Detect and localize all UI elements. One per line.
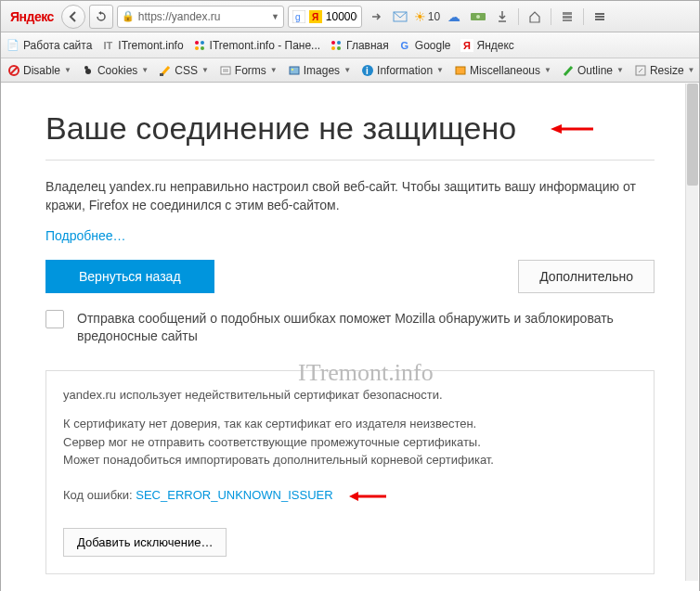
download-icon[interactable] (492, 6, 512, 27)
bookmark-item[interactable]: G Google (398, 39, 451, 52)
dev-forms[interactable]: Forms▼ (214, 64, 283, 77)
svg-rect-32 (290, 67, 299, 74)
caret-icon: ▼ (344, 66, 351, 74)
google-icon: G (398, 39, 411, 52)
svg-rect-29 (221, 67, 230, 74)
svg-line-25 (10, 67, 18, 74)
cert-line: Может понадобиться импортировать дополни… (63, 453, 494, 467)
cookies-icon (82, 64, 95, 77)
back-button[interactable] (61, 5, 85, 29)
google-icon: g (292, 10, 305, 23)
reload-button[interactable] (89, 5, 113, 29)
caret-icon: ▼ (201, 66, 209, 74)
cert-line: К сертификату нет доверия, так как серти… (63, 417, 476, 430)
home-icon[interactable] (525, 6, 545, 27)
bookmarks-icon[interactable] (557, 6, 577, 27)
url-dropdown-icon[interactable]: ▼ (271, 12, 279, 21)
weather-widget[interactable]: ☀ 10 (414, 9, 440, 24)
dev-css[interactable]: CSS▼ (154, 64, 214, 77)
divider (45, 160, 655, 161)
bookmark-label: Google (415, 39, 451, 52)
caret-icon: ▼ (270, 66, 278, 74)
dev-label: Information (377, 64, 433, 77)
mail-icon[interactable] (390, 6, 410, 27)
checkbox-label: Отправка сообщений о подобных ошибках по… (77, 310, 655, 346)
go-button[interactable] (366, 6, 386, 27)
dev-images[interactable]: Images▼ (283, 64, 356, 77)
dev-outline[interactable]: Outline▼ (557, 64, 629, 77)
svg-point-33 (292, 69, 293, 71)
svg-rect-9 (563, 16, 572, 19)
advanced-button[interactable]: Дополнительно (518, 260, 655, 293)
caret-icon: ▼ (544, 66, 551, 74)
error-code-link[interactable]: SEC_ERROR_UNKNOWN_ISSUER (136, 488, 332, 502)
report-checkbox[interactable] (45, 310, 64, 328)
folder-icon: 📄 (6, 39, 19, 52)
outline-icon (562, 64, 575, 77)
bookmark-label: Главная (346, 39, 389, 52)
cloud-icon[interactable]: ☁ (444, 6, 464, 27)
info-icon: i (361, 64, 374, 77)
cert-text: К сертификату нет доверия, так как серти… (63, 415, 637, 469)
bookmark-item[interactable]: ITremont.info - Пане... (193, 39, 321, 52)
svg-marker-40 (551, 124, 562, 134)
cert-details-box: yandex.ru использует недействительный се… (45, 370, 655, 574)
annotation-arrow-icon (551, 118, 595, 142)
svg-text:g: g (295, 12, 301, 22)
add-exception-button[interactable]: Добавить исключение… (63, 528, 227, 557)
svg-text:Я: Я (312, 12, 318, 22)
dev-resize[interactable]: Resize▼ (629, 64, 700, 77)
bookmark-item[interactable]: Главная (330, 39, 389, 52)
separator (518, 8, 519, 25)
url-input[interactable] (138, 10, 267, 23)
svg-point-18 (331, 41, 335, 45)
browser-navbar: Яндекс 🔒 ▼ g Я ☀ 10 ☁ (1, 1, 699, 32)
devtools-bar: Disable▼ Cookies▼ CSS▼ Forms▼ Images▼ i … (1, 58, 699, 83)
svg-rect-36 (456, 67, 465, 74)
bookmark-item[interactable]: Я Яндекс (460, 39, 514, 52)
svg-point-21 (337, 46, 341, 50)
dev-cookies[interactable]: Cookies▼ (77, 64, 154, 77)
cert-text: yandex.ru использует недействительный се… (63, 386, 637, 405)
resize-icon (634, 64, 647, 77)
learn-more-link[interactable]: Подробнее… (45, 228, 126, 243)
yandex-fav-icon: Я (309, 10, 322, 23)
money-icon[interactable] (468, 6, 488, 27)
url-bar[interactable]: 🔒 ▼ (117, 6, 284, 28)
lock-icon: 🔒 (122, 10, 135, 22)
search-input[interactable] (326, 10, 357, 23)
dev-label: Forms (235, 64, 266, 77)
bookmark-item[interactable]: IT ITremont.info (101, 39, 183, 52)
images-icon (288, 64, 301, 77)
svg-point-20 (331, 46, 335, 50)
svg-rect-10 (563, 19, 572, 21)
vertical-scrollbar[interactable] (685, 84, 698, 581)
svg-point-16 (195, 46, 199, 50)
go-back-button[interactable]: Вернуться назад (45, 260, 214, 293)
dev-label: Outline (577, 64, 613, 77)
svg-rect-8 (563, 12, 572, 15)
bookmarks-bar: 📄 Работа сайта IT ITremont.info ITremont… (1, 32, 699, 58)
yandex-icon: Я (460, 39, 473, 52)
dev-label: Resize (650, 64, 684, 77)
caret-icon: ▼ (64, 66, 71, 74)
menu-icon[interactable] (590, 6, 610, 27)
error-code-line: Код ошибки: SEC_ERROR_UNKNOWN_ISSUER (63, 481, 637, 511)
caret-icon: ▼ (141, 66, 149, 74)
error-code-prefix: Код ошибки: (63, 488, 136, 502)
dev-information[interactable]: i Information▼ (356, 64, 449, 77)
yandex-logo: Яндекс (6, 9, 58, 24)
bookmark-label: ITremont.info (118, 39, 183, 52)
svg-text:Я: Я (463, 40, 471, 51)
separator (551, 8, 551, 25)
svg-point-14 (195, 41, 199, 45)
scrollbar-thumb[interactable] (687, 84, 698, 186)
search-bar[interactable]: g Я (288, 6, 362, 28)
weather-temp: 10 (428, 10, 440, 23)
caret-icon: ▼ (436, 66, 444, 74)
cert-line: Сервер мог не отправить соответствующие … (63, 435, 481, 449)
dev-label: Images (304, 64, 340, 77)
bookmark-item[interactable]: 📄 Работа сайта (6, 39, 92, 52)
dev-misc[interactable]: Miscellaneous▼ (449, 64, 557, 77)
dev-disable[interactable]: Disable▼ (3, 64, 77, 77)
